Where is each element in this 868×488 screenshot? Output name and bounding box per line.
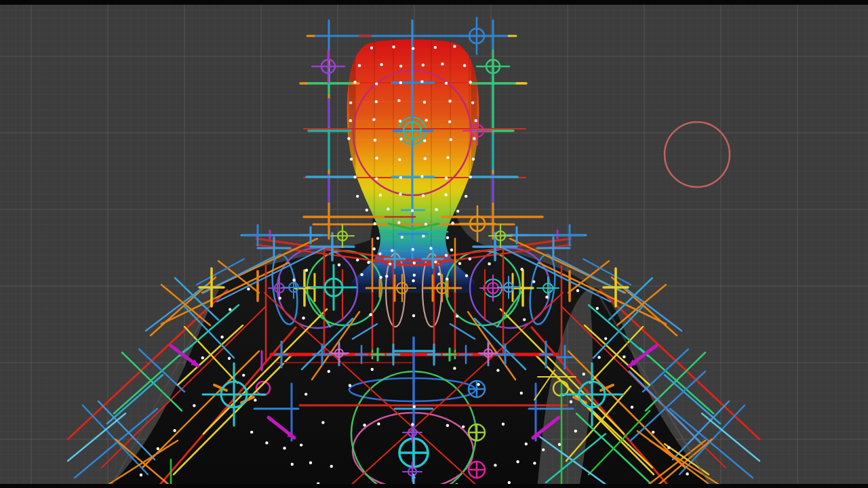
vertex-dot[interactable]	[309, 462, 312, 464]
vertex-dot[interactable]	[193, 404, 195, 407]
vertex-dot[interactable]	[422, 64, 425, 66]
vertex-dot[interactable]	[424, 157, 427, 160]
vertex-dot[interactable]	[360, 273, 363, 276]
vertex-dot[interactable]	[399, 192, 401, 195]
vertex-dot[interactable]	[330, 465, 333, 468]
vertex-dot[interactable]	[453, 367, 456, 369]
vertex-dot[interactable]	[576, 289, 579, 292]
vertex-dot[interactable]	[469, 258, 471, 260]
vertex-dot[interactable]	[375, 82, 378, 85]
vertex-dot[interactable]	[321, 421, 324, 424]
vertex-dot[interactable]	[451, 222, 454, 224]
vertex-dot[interactable]	[375, 100, 378, 103]
vertex-dot[interactable]	[445, 177, 448, 180]
vertex-dot[interactable]	[574, 430, 577, 432]
vertex-dot[interactable]	[397, 99, 400, 102]
vertex-dot[interactable]	[496, 369, 499, 371]
vertex-dot[interactable]	[372, 118, 375, 121]
vertex-dot[interactable]	[412, 314, 415, 317]
vertex-dot[interactable]	[228, 357, 231, 360]
vertex-dot[interactable]	[456, 209, 459, 212]
vertex-dot[interactable]	[379, 194, 382, 197]
vertex-dot[interactable]	[157, 447, 159, 450]
vertex-dot[interactable]	[356, 258, 359, 261]
vertex-dot[interactable]	[350, 158, 353, 161]
vertex-dot[interactable]	[458, 262, 461, 265]
vertex-dot[interactable]	[411, 209, 414, 212]
vertex-dot[interactable]	[401, 236, 403, 239]
vertex-dot[interactable]	[423, 101, 426, 104]
vertex-dot[interactable]	[425, 223, 427, 226]
vertex-dot[interactable]	[300, 443, 302, 446]
vertex-dot[interactable]	[420, 80, 423, 83]
vertex-dot[interactable]	[472, 158, 475, 161]
vertex-dot[interactable]	[338, 264, 340, 266]
vertex-dot[interactable]	[434, 46, 437, 49]
vertex-dot[interactable]	[446, 277, 448, 280]
vertex-dot[interactable]	[363, 424, 366, 426]
vertex-dot[interactable]	[247, 287, 250, 290]
vertex-dot[interactable]	[448, 120, 451, 123]
vertex-dot[interactable]	[370, 47, 373, 49]
vertex-dot[interactable]	[429, 247, 432, 249]
vertex-dot[interactable]	[413, 262, 416, 264]
vertex-dot[interactable]	[220, 336, 223, 338]
vertex-dot[interactable]	[242, 373, 245, 376]
vertex-dot[interactable]	[631, 406, 633, 409]
vertex-dot[interactable]	[623, 355, 625, 358]
vertex-dot[interactable]	[469, 81, 471, 83]
vertex-dot[interactable]	[254, 399, 256, 401]
vertex-dot[interactable]	[520, 268, 523, 270]
vertex-dot[interactable]	[378, 252, 381, 255]
vertex-dot[interactable]	[516, 460, 519, 463]
vertex-dot[interactable]	[377, 422, 380, 425]
vertex-dot[interactable]	[597, 356, 600, 359]
vertex-dot[interactable]	[570, 401, 572, 403]
vertex-dot[interactable]	[413, 274, 416, 277]
vertex-dot[interactable]	[545, 296, 548, 298]
vertex-dot[interactable]	[523, 318, 526, 321]
vertex-dot[interactable]	[349, 119, 352, 122]
vertex-dot[interactable]	[463, 64, 466, 67]
vertex-dot[interactable]	[399, 138, 402, 140]
vertex-dot[interactable]	[596, 307, 599, 310]
vertex-dot[interactable]	[347, 137, 350, 140]
vertex-dot[interactable]	[469, 176, 471, 178]
vertex-dot[interactable]	[173, 429, 176, 432]
vertex-dot[interactable]	[508, 481, 511, 484]
3d-viewport[interactable]	[0, 0, 868, 488]
vertex-dot[interactable]	[425, 119, 427, 121]
vertex-dot[interactable]	[413, 405, 416, 408]
vertex-dot[interactable]	[305, 269, 308, 272]
vertex-dot[interactable]	[304, 392, 307, 395]
vertex-dot[interactable]	[473, 137, 475, 140]
vertex-dot[interactable]	[411, 423, 414, 426]
vertex-dot[interactable]	[201, 357, 204, 359]
vertex-dot[interactable]	[465, 274, 468, 277]
vertex-dot[interactable]	[358, 64, 361, 67]
vertex-dot[interactable]	[450, 138, 452, 141]
vertex-dot[interactable]	[392, 45, 395, 48]
vertex-dot[interactable]	[422, 195, 425, 197]
vertex-dot[interactable]	[412, 248, 414, 251]
vertex-dot[interactable]	[465, 195, 467, 197]
vertex-dot[interactable]	[444, 193, 447, 196]
vertex-dot[interactable]	[412, 279, 414, 282]
vertex-dot[interactable]	[279, 297, 281, 300]
vertex-dot[interactable]	[422, 235, 425, 237]
vertex-dot[interactable]	[374, 139, 376, 142]
vertex-dot[interactable]	[667, 446, 670, 449]
vertex-dot[interactable]	[379, 276, 382, 279]
vertex-dot[interactable]	[475, 119, 477, 122]
vertex-dot[interactable]	[445, 254, 448, 257]
vertex-dot[interactable]	[520, 392, 523, 394]
vertex-dot[interactable]	[376, 237, 379, 239]
vertex-dot[interactable]	[328, 370, 330, 373]
vertex-dot[interactable]	[583, 373, 585, 375]
vertex-dot[interactable]	[412, 47, 414, 49]
vertex-dot[interactable]	[399, 81, 402, 84]
vertex-dot[interactable]	[434, 260, 437, 263]
vertex-dot[interactable]	[445, 82, 448, 85]
vertex-dot[interactable]	[372, 247, 375, 250]
vertex-dot[interactable]	[435, 208, 437, 211]
